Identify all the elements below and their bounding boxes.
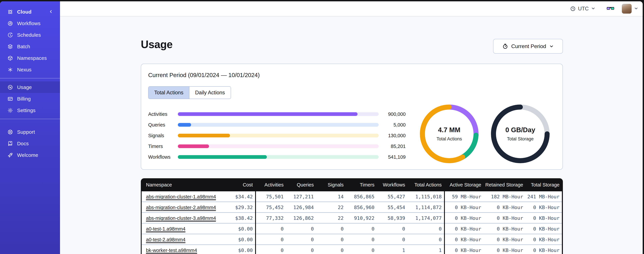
namespace-link[interactable]: bk-worker-test.a98mm4 xyxy=(146,248,197,254)
value-cell: 0 xyxy=(286,248,316,253)
sidebar-item-label: Docs xyxy=(17,141,29,146)
value-cell: 241 MB-Hour xyxy=(526,194,562,200)
namespace-link[interactable]: abs-migration-cluster-3.a98mm4 xyxy=(146,216,216,222)
period-selector-button[interactable]: Current Period xyxy=(493,39,563,54)
sidebar-item-label: Workflows xyxy=(17,20,40,26)
bar-fill xyxy=(178,155,267,159)
namespace-link[interactable]: abs-migration-cluster-1.a98mm4 xyxy=(146,194,216,200)
bar-track xyxy=(178,155,379,159)
value-cell: 0 xyxy=(286,237,316,242)
namespace-cell: abs-migration-cluster-1.a98mm4 xyxy=(142,194,234,200)
value-cell: 0 KB-Hour xyxy=(484,237,526,242)
value-cell: 1,114,872 xyxy=(408,204,444,210)
column-header-queries: Queries xyxy=(286,182,316,188)
value-cell: 75,501 xyxy=(255,191,286,202)
sidebar-item-usage[interactable]: Usage xyxy=(0,82,60,93)
value-cell: 0 KB-Hour xyxy=(444,234,484,245)
bar-fill xyxy=(178,144,209,148)
value-cell: 0 xyxy=(286,226,316,232)
value-cell: 126,984 xyxy=(286,204,316,210)
sidebar-item-namespaces[interactable]: Namespaces xyxy=(0,52,60,64)
value-cell: 22 xyxy=(316,204,346,210)
bar-track xyxy=(178,144,379,148)
bar-label: Timers xyxy=(148,144,178,149)
table-header: Namespace Cost Activities Queries Signal… xyxy=(141,178,563,191)
value-cell: 0 xyxy=(255,224,286,234)
value-cell: $34.42 xyxy=(234,194,255,200)
sidebar-divider xyxy=(0,78,60,78)
tab-daily-actions[interactable]: Daily Actions xyxy=(190,86,230,99)
total-storage-donut: 0 GB/Day Total Storage xyxy=(490,104,550,164)
value-cell: 1,115,018 xyxy=(408,194,444,200)
schedules-icon xyxy=(8,32,13,38)
value-cell: $0.00 xyxy=(234,248,255,253)
clock-icon xyxy=(570,6,576,12)
column-header-retained-storage: Retained Storage xyxy=(484,182,526,188)
sidebar-item-batch[interactable]: Batch xyxy=(0,41,60,52)
avatar[interactable] xyxy=(622,4,632,14)
chevron-down-icon xyxy=(549,44,554,48)
billing-card-icon xyxy=(8,96,13,102)
donut-value: 4.7 MM xyxy=(438,126,460,134)
value-cell: 0 xyxy=(316,237,346,242)
sidebar-item-docs[interactable]: Docs xyxy=(0,138,60,149)
donut-value: 0 GB/Day xyxy=(506,126,535,134)
column-header-timers: Timers xyxy=(346,182,377,188)
sidebar-item-schedules[interactable]: Schedules xyxy=(0,29,60,41)
welcome-rocket-icon xyxy=(8,152,13,158)
value-cell: 75,452 xyxy=(255,202,286,213)
sidebar-item-settings[interactable]: Settings xyxy=(0,104,60,116)
timezone-label: UTC xyxy=(578,6,589,12)
sidebar: Cloud Workflows Schedules xyxy=(0,1,60,254)
table-row: abs-migration-cluster-1.a98mm4$34.4275,5… xyxy=(142,191,562,202)
value-cell: $0.00 xyxy=(234,237,255,242)
bar-value: 130,000 xyxy=(379,133,406,138)
column-header-signals: Signals xyxy=(316,182,346,188)
value-cell: 182 MB-Hour xyxy=(484,194,526,200)
page-title: Usage xyxy=(141,38,173,50)
value-cell: 0 xyxy=(255,245,286,254)
chevron-down-icon[interactable] xyxy=(634,6,638,11)
nexus-icon xyxy=(8,67,13,72)
period-selector-label: Current Period xyxy=(511,43,546,50)
value-cell: 0 KB-Hour xyxy=(526,226,562,232)
sidebar-item-workflows[interactable]: Workflows xyxy=(0,18,60,29)
value-cell: 0 KB-Hour xyxy=(484,204,526,210)
namespace-cell: abs-migration-cluster-2.a98mm4 xyxy=(142,205,234,210)
value-cell: 1,174,077 xyxy=(408,215,444,221)
value-cell: 77,332 xyxy=(255,213,286,224)
workflows-icon xyxy=(8,20,13,26)
sidebar-brand-cloud[interactable]: Cloud xyxy=(0,6,60,18)
chevron-left-icon[interactable] xyxy=(48,9,53,14)
main-content: Usage Current Period Current Period (09/… xyxy=(60,17,643,254)
sidebar-item-welcome[interactable]: Welcome xyxy=(0,149,60,161)
namespace-link[interactable]: a0-test-1.a98mm4 xyxy=(146,226,186,232)
sidebar-brand-label: Cloud xyxy=(17,9,32,15)
total-actions-donut: 4.7 MM Total Actions xyxy=(419,104,480,164)
column-header-total-storage: Total Storage xyxy=(526,182,562,188)
value-cell: 126,862 xyxy=(286,215,316,221)
namespace-link[interactable]: a0-test-2.a98mm4 xyxy=(146,237,186,243)
batch-icon xyxy=(8,44,13,50)
table-row: a0-test-2.a98mm4$0.000000000 KB-Hour0 KB… xyxy=(142,234,562,245)
namespace-cell: abs-migration-cluster-3.a98mm4 xyxy=(142,216,234,221)
value-cell: 0 KB-Hour xyxy=(444,202,484,213)
value-cell: 0 KB-Hour xyxy=(526,237,562,242)
glasses-icon[interactable] xyxy=(606,5,615,12)
timezone-selector[interactable]: UTC xyxy=(570,6,596,12)
column-header-total-actions: Total Actions xyxy=(408,182,444,188)
namespace-usage-table: Namespace Cost Activities Queries Signal… xyxy=(141,178,563,254)
bar-track xyxy=(178,112,379,116)
sidebar-item-support[interactable]: Support xyxy=(0,126,60,138)
namespace-link[interactable]: abs-migration-cluster-2.a98mm4 xyxy=(146,205,216,211)
column-header-activities: Activities xyxy=(255,182,286,188)
card-title: Current Period (09/01/2024 — 10/01/2024) xyxy=(148,72,260,78)
value-cell: 0 KB-Hour xyxy=(484,248,526,253)
value-cell: 127,211 xyxy=(286,194,316,200)
bar-value: 5,000 xyxy=(379,122,406,128)
column-header-cost: Cost xyxy=(234,182,255,188)
sidebar-item-billing[interactable]: Billing xyxy=(0,93,60,104)
tab-total-actions[interactable]: Total Actions xyxy=(148,86,190,99)
sidebar-item-nexus[interactable]: Nexus xyxy=(0,64,60,76)
sidebar-item-label: Usage xyxy=(17,84,32,90)
